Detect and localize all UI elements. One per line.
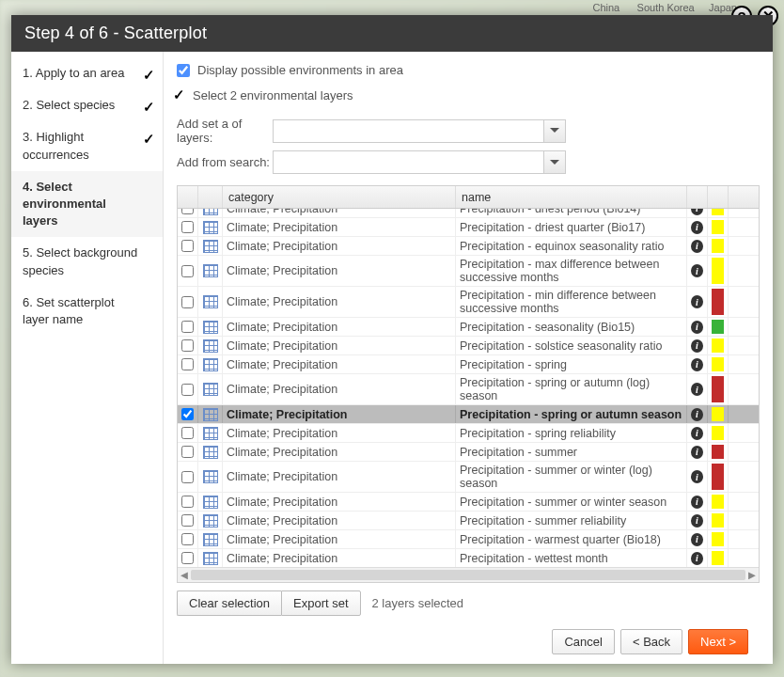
scroll-right-arrow[interactable]: ► [745,568,759,582]
table-row[interactable]: Climate; PrecipitationPrecipitation - su… [178,443,759,462]
row-name: Precipitation - driest quarter (Bio17) [456,218,687,236]
cancel-button[interactable]: Cancel [552,629,614,654]
row-name: Precipitation - driest period (Bio14) [456,209,687,217]
grid-icon[interactable] [203,339,218,353]
info-icon[interactable]: i [691,446,703,459]
row-checkbox[interactable] [181,496,194,508]
row-checkbox[interactable] [181,265,194,277]
grid-icon[interactable] [203,240,218,253]
wizard-step-3[interactable]: 3. Highlight occurrences [11,121,163,170]
table-row[interactable]: Climate; PrecipitationPrecipitation - su… [178,512,759,530]
grid-icon[interactable] [203,496,218,509]
row-checkbox[interactable] [181,221,194,233]
next-button[interactable]: Next > [688,629,748,654]
scroll-thumb[interactable] [191,570,745,580]
grid-icon[interactable] [203,470,218,483]
info-icon[interactable]: i [691,533,703,546]
info-icon[interactable]: i [691,240,703,253]
add-set-dropdown-toggle[interactable] [543,119,566,143]
info-icon[interactable]: i [691,552,703,565]
info-icon[interactable]: i [691,209,703,215]
info-icon[interactable]: i [691,339,703,353]
grid-icon[interactable] [203,295,218,308]
info-icon[interactable]: i [691,408,703,421]
color-indicator [712,338,724,353]
row-checkbox[interactable] [181,296,194,308]
grid-icon[interactable] [203,427,218,440]
color-indicator [712,426,724,440]
table-row[interactable]: Climate; PrecipitationPrecipitation - su… [178,462,759,493]
info-icon[interactable]: i [691,358,703,371]
grid-icon[interactable] [203,552,218,565]
horizontal-scrollbar[interactable]: ◄ ► [178,567,759,582]
grid-icon[interactable] [203,264,218,277]
grid-icon[interactable] [203,514,218,527]
row-name: Precipitation - spring [456,355,687,373]
display-env-checkbox[interactable] [177,64,190,77]
table-row[interactable]: Climate; PrecipitationPrecipitation - mi… [178,287,759,318]
wizard-step-6[interactable]: 6. Set scatterplot layer name [11,287,163,336]
export-set-button[interactable]: Export set [281,590,361,616]
row-checkbox[interactable] [181,471,194,483]
grid-icon[interactable] [203,358,218,371]
grid-icon[interactable] [203,533,218,546]
table-row[interactable]: Climate; PrecipitationPrecipitation - eq… [178,237,759,256]
row-checkbox[interactable] [181,427,194,439]
row-checkbox[interactable] [181,408,194,420]
table-row[interactable]: Climate; PrecipitationPrecipitation - su… [178,493,759,512]
table-row[interactable]: Climate; PrecipitationPrecipitation - so… [178,337,759,355]
add-search-select[interactable] [273,150,566,174]
row-checkbox[interactable] [181,514,194,527]
back-button[interactable]: < Back [620,629,682,654]
info-icon[interactable]: i [691,427,703,440]
scroll-left-arrow[interactable]: ◄ [178,568,191,582]
table-row[interactable]: Climate; PrecipitationPrecipitation - we… [178,549,759,567]
table-row[interactable]: Climate; PrecipitationPrecipitation - sp… [178,355,759,374]
row-checkbox[interactable] [181,552,194,564]
table-row[interactable]: Climate; PrecipitationPrecipitation - sp… [178,424,759,443]
grid-icon[interactable] [203,408,218,421]
layers-table: category name Climate; PrecipitationPrec… [177,185,760,583]
row-name: Precipitation - warmest quarter (Bio18) [456,530,687,548]
grid-icon[interactable] [203,383,218,396]
info-icon[interactable]: i [691,221,703,234]
add-set-select[interactable] [273,119,566,143]
add-search-dropdown-toggle[interactable] [543,150,566,174]
clear-selection-button[interactable]: Clear selection [177,590,281,616]
row-checkbox[interactable] [181,533,194,545]
row-checkbox[interactable] [181,446,194,458]
row-checkbox[interactable] [181,384,194,396]
grid-icon[interactable] [203,321,218,334]
info-icon[interactable]: i [691,321,703,334]
info-icon[interactable]: i [691,383,703,396]
col-header-category[interactable]: category [223,186,456,208]
row-checkbox[interactable] [181,240,194,252]
table-row[interactable]: Climate; PrecipitationPrecipitation - ma… [178,256,759,287]
row-category: Climate; Precipitation [223,443,456,461]
grid-icon[interactable] [203,446,218,459]
table-row[interactable]: Climate; PrecipitationPrecipitation - dr… [178,209,759,218]
col-header-name[interactable]: name [456,186,687,208]
row-checkbox[interactable] [181,321,194,333]
wizard-step-4[interactable]: 4. Select environmental layers [11,171,163,238]
info-icon[interactable]: i [691,264,703,277]
table-body[interactable]: Climate; PrecipitationPrecipitation - dr… [178,209,759,567]
wizard-step-1[interactable]: 1. Apply to an area [11,57,163,89]
table-row[interactable]: Climate; PrecipitationPrecipitation - wa… [178,530,759,549]
row-checkbox[interactable] [181,339,194,352]
row-checkbox[interactable] [181,358,194,370]
grid-icon[interactable] [203,221,218,234]
grid-icon[interactable] [203,209,218,215]
info-icon[interactable]: i [691,496,703,509]
info-icon[interactable]: i [691,295,703,308]
table-row[interactable]: Climate; PrecipitationPrecipitation - sp… [178,405,759,424]
row-checkbox[interactable] [181,209,194,214]
wizard-step-2[interactable]: 2. Select species [11,89,163,121]
info-icon[interactable]: i [691,470,703,483]
table-row[interactable]: Climate; PrecipitationPrecipitation - dr… [178,218,759,237]
table-row[interactable]: Climate; PrecipitationPrecipitation - sp… [178,374,759,405]
info-icon[interactable]: i [691,514,703,527]
table-row[interactable]: Climate; PrecipitationPrecipitation - se… [178,318,759,337]
wizard-step-5[interactable]: 5. Select background species [11,237,163,286]
row-name: Precipitation - solstice seasonality rat… [456,337,687,354]
